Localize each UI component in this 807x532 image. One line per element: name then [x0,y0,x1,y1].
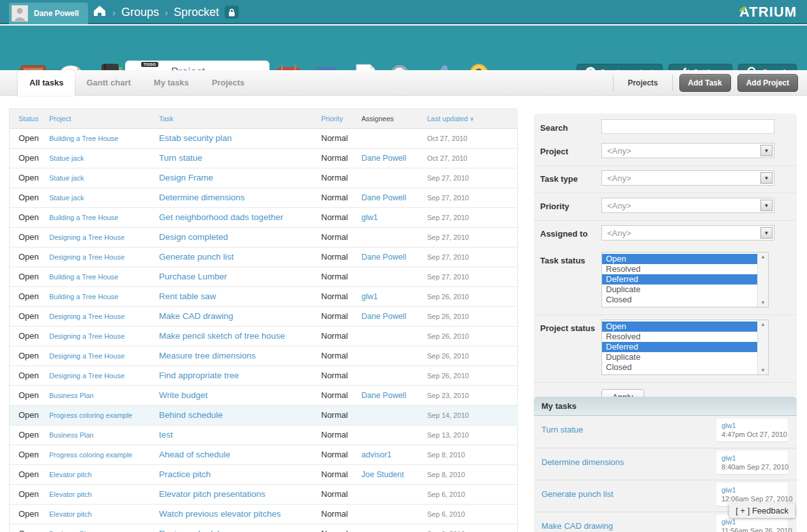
option-duplicate[interactable]: Duplicate [602,352,757,362]
task-link[interactable]: Purchase Lumber [159,272,227,281]
assignee-link[interactable]: Dane Powell [361,154,406,163]
option-deferred[interactable]: Deferred [602,342,757,352]
add-task-button[interactable]: Add Task [679,74,731,92]
project-link[interactable]: Designing a Tree House [49,332,124,340]
task-link[interactable]: Make pencil sketch of tree house [159,331,285,341]
breadcrumb-groups[interactable]: Groups [121,6,159,19]
my-task-link[interactable]: Generate punch list [541,489,614,499]
task-link[interactable]: Find appropriate tree [159,371,239,380]
tab-projects[interactable]: Projects [200,70,256,96]
project-link[interactable]: Designing a Tree House [49,233,124,241]
my-task-user-link[interactable]: glw1 [721,454,783,462]
project-link[interactable]: Elevator pitch [49,491,92,498]
add-project-button[interactable]: Add Project [737,74,798,92]
task-link[interactable]: Measure tree dimensions [159,351,256,360]
chevron-down-icon[interactable]: ▼ [760,227,773,239]
assigned-to-select[interactable]: <Any>▼ [601,225,774,240]
project-link[interactable]: Statue jack [49,154,84,162]
project-link[interactable]: Building a Tree House [49,214,118,221]
option-deferred[interactable]: Deferred [602,274,757,284]
task-link[interactable]: Get neighborhood dads together [159,212,283,222]
feedback-button[interactable]: [ + ] Feedback [729,503,795,518]
scrollbar[interactable]: ▲▼ [757,253,768,307]
project-link[interactable]: Building a Tree House [49,293,118,300]
option-open[interactable]: Open [602,254,757,264]
task-link[interactable]: Turn statue [159,153,202,163]
task-link[interactable]: Determine dimensions [159,193,245,202]
task-link[interactable]: Design Frame [159,173,213,182]
task-status-listbox[interactable]: OpenResolvedDeferredDuplicateClosed▲▼ [601,252,769,307]
task-link[interactable]: test [159,430,173,440]
search-input[interactable] [601,119,774,134]
project-link[interactable]: Elevator pitch [49,510,92,518]
assignee-link[interactable]: advisor1 [361,450,391,459]
assignee-link[interactable]: glw1 [361,213,378,222]
option-duplicate[interactable]: Duplicate [602,284,757,295]
project-status-listbox[interactable]: OpenResolvedDeferredDuplicateClosed▲▼ [601,320,769,375]
column-header-last-updated[interactable]: Last updated [427,115,468,122]
chevron-down-icon[interactable]: ▼ [760,200,773,211]
project-link[interactable]: Business Plan [49,392,94,399]
my-task-user-link[interactable]: glw1 [721,486,783,494]
task-link[interactable]: Ahead of schedule [159,450,230,459]
my-task-user-link[interactable]: glw1 [721,518,783,526]
column-header-status[interactable]: Status [19,115,38,122]
option-open[interactable]: Open [602,321,757,332]
project-link[interactable]: Designing a Tree House [49,352,124,360]
chevron-down-icon[interactable]: ▼ [760,145,773,156]
task-link[interactable]: Behind schedule [159,410,223,420]
task-link[interactable]: Practice pitch [159,469,211,479]
task-link[interactable]: Estab security plan [159,133,232,143]
project-select[interactable]: <Any>▼ [601,143,774,158]
column-header-task[interactable]: Task [159,115,174,122]
option-resolved[interactable]: Resolved [602,264,757,274]
task-link[interactable]: Watch previous elevator pitches [159,509,281,519]
assignee-link[interactable]: Dane Powell [361,253,406,262]
my-task-link[interactable]: Turn statue [541,425,583,434]
priority-select[interactable]: <Any>▼ [601,198,774,213]
project-link[interactable]: Building a Tree House [49,273,118,281]
assignee-link[interactable]: Dane Powell [361,391,406,400]
projects-link[interactable]: Projects [613,75,672,91]
option-closed[interactable]: Closed [602,362,757,373]
project-link[interactable]: Elevator pitch [49,471,92,478]
project-link[interactable]: Progress coloring example [49,411,132,419]
project-link[interactable]: Designing a Tree House [49,372,124,380]
breadcrumb-sprocket[interactable]: Sprocket [174,6,219,19]
option-closed[interactable]: Closed [602,295,757,305]
user-menu[interactable]: Dane Powell [9,3,88,24]
table-row: OpenStatue jackDetermine dimensionsNorma… [10,188,518,207]
project-link[interactable]: Progress coloring example [49,451,132,459]
assignee-link[interactable]: Dane Powell [361,312,406,321]
assignee-link[interactable]: Joe Student [361,470,404,479]
my-task-user-link[interactable]: glw1 [721,422,783,429]
project-link[interactable]: Statue jack [49,174,84,182]
task-link[interactable]: Write budget [159,390,207,400]
my-task-link[interactable]: Make CAD drawing [541,521,613,531]
assignee-link[interactable]: glw1 [361,292,378,301]
tab-my-tasks[interactable]: My tasks [142,70,200,96]
home-icon[interactable] [93,4,107,20]
column-header-priority[interactable]: Priority [321,115,343,122]
task-link[interactable]: Rent table saw [159,292,216,301]
task-type-label: Task type [540,174,601,184]
column-header-project[interactable]: Project [49,115,71,122]
my-task-link[interactable]: Determine dimensions [541,457,624,467]
task-link[interactable]: Review schedule [159,529,224,532]
task-link[interactable]: Make CAD drawing [159,311,233,321]
task-type-select[interactable]: <Any>▼ [601,170,774,186]
option-resolved[interactable]: Resolved [602,332,757,342]
task-link[interactable]: Elevator pitch presentations [159,489,266,499]
task-link[interactable]: Design completed [159,232,228,242]
assignee-link[interactable]: Dane Powell [361,193,406,202]
project-link[interactable]: Designing a Tree House [49,253,124,261]
scrollbar[interactable]: ▲▼ [757,320,768,374]
project-link[interactable]: Building a Tree House [49,135,118,142]
task-link[interactable]: Generate punch list [159,252,234,262]
tab-gantt-chart[interactable]: Gantt chart [75,70,142,96]
project-link[interactable]: Statue jack [49,194,84,202]
chevron-down-icon[interactable]: ▼ [760,172,773,184]
tab-all-tasks[interactable]: All tasks [18,70,75,96]
project-link[interactable]: Business Plan [49,431,94,439]
project-link[interactable]: Designing a Tree House [49,313,124,320]
